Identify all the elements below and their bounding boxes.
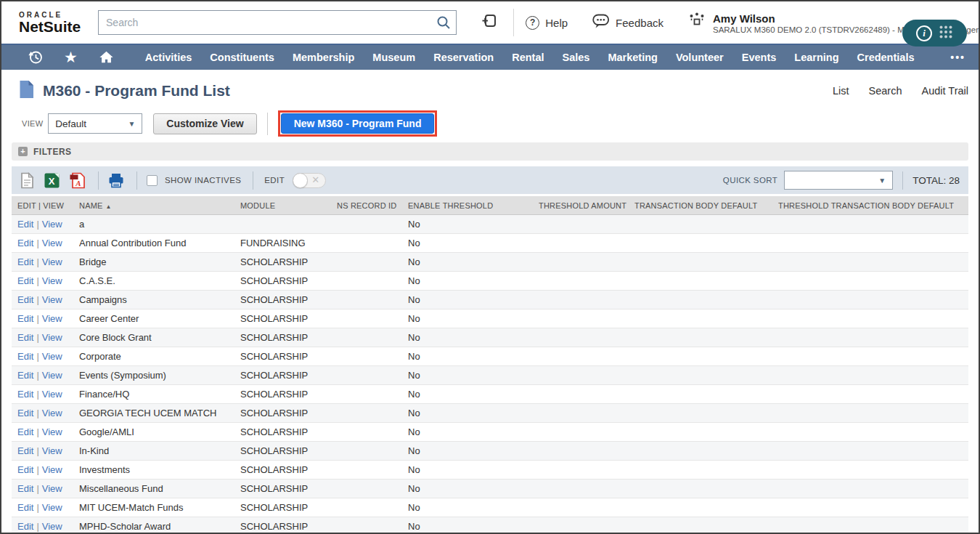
row-actions: Edit|View	[12, 351, 79, 362]
quick-add-icon[interactable]	[480, 12, 497, 33]
table-header: EDIT | VIEWNAME▲MODULENS RECORD IDENABLE…	[12, 196, 968, 215]
nav-item-reservation[interactable]: Reservation	[433, 52, 494, 63]
edit-link[interactable]: Edit	[17, 389, 33, 400]
edit-link[interactable]: Edit	[17, 332, 33, 343]
logo-oracle-text: ORACLE	[19, 11, 82, 19]
edit-link[interactable]: Edit	[17, 275, 33, 286]
show-inactives-checkbox[interactable]	[147, 175, 158, 186]
nav-item-activities[interactable]: Activities	[145, 52, 192, 63]
edit-link[interactable]: Edit	[17, 351, 33, 362]
nav-item-marketing[interactable]: Marketing	[608, 52, 658, 63]
shortcuts-star-icon[interactable]: ★	[64, 50, 78, 65]
nav-item-membership[interactable]: Membership	[293, 52, 354, 63]
view-link[interactable]: View	[42, 313, 62, 324]
view-link[interactable]: View	[42, 502, 62, 513]
link-separator: |	[36, 521, 38, 532]
feedback-menu[interactable]: Feedback	[592, 14, 663, 31]
nav-item-museum[interactable]: Museum	[372, 52, 415, 63]
export-pdf-icon[interactable]: A	[70, 172, 86, 189]
print-icon[interactable]	[108, 173, 124, 188]
column-header-7[interactable]: THRESHOLD TRANSACTION BODY DEFAULT	[778, 201, 968, 210]
feedback-label: Feedback	[616, 17, 663, 29]
apps-grid-icon[interactable]	[939, 25, 953, 42]
export-excel-icon[interactable]: X	[44, 173, 60, 188]
chevron-down-icon: ▼	[128, 120, 135, 128]
column-header-4[interactable]: ENABLE THRESHOLD	[408, 201, 539, 210]
edit-link[interactable]: Edit	[17, 445, 33, 456]
nav-item-volunteer[interactable]: Volunteer	[676, 52, 724, 63]
nav-item-constituents[interactable]: Constituents	[210, 52, 274, 63]
view-link[interactable]: View	[42, 426, 62, 437]
column-header-2[interactable]: MODULE	[240, 201, 337, 210]
edit-link[interactable]: Edit	[17, 238, 33, 248]
edit-link[interactable]: Edit	[17, 294, 33, 305]
edit-link[interactable]: Edit	[17, 370, 33, 381]
page-link-search[interactable]: Search	[869, 85, 902, 97]
table-row: Edit|ViewCore Block GrantSCHOLARSHIPNo	[12, 328, 968, 347]
filters-bar[interactable]: + FILTERS	[12, 142, 968, 161]
view-link[interactable]: View	[42, 275, 62, 286]
edit-link[interactable]: Edit	[17, 426, 33, 437]
page-link-list[interactable]: List	[833, 85, 849, 97]
new-program-fund-button[interactable]: New M360 - Program Fund	[281, 113, 435, 134]
view-link[interactable]: View	[42, 351, 62, 362]
column-header-3[interactable]: NS RECORD ID	[337, 201, 408, 210]
edit-link[interactable]: Edit	[17, 502, 33, 513]
nav-item-events[interactable]: Events	[742, 52, 777, 63]
info-icon[interactable]: i	[916, 25, 932, 41]
edit-link[interactable]: Edit	[17, 464, 33, 475]
view-link[interactable]: View	[42, 256, 62, 267]
search-input[interactable]	[99, 17, 431, 28]
view-link[interactable]: View	[42, 521, 62, 532]
view-link[interactable]: View	[42, 332, 62, 343]
cell-module: SCHOLARSHIP	[240, 502, 337, 513]
view-link[interactable]: View	[42, 389, 62, 400]
chevron-down-icon: ▼	[878, 177, 886, 185]
nav-item-rental[interactable]: Rental	[512, 52, 544, 63]
top-header: ORACLE NetSuite ? Help Feedback	[1, 1, 979, 44]
nav-overflow-icon[interactable]: •••	[950, 52, 965, 63]
nav-item-learning[interactable]: Learning	[794, 52, 838, 63]
view-select[interactable]: Default ▼	[48, 113, 142, 134]
home-icon[interactable]	[98, 49, 115, 65]
search-icon[interactable]	[431, 15, 456, 31]
help-menu[interactable]: ? Help	[526, 16, 568, 30]
oracle-netsuite-logo[interactable]: ORACLE NetSuite	[19, 11, 82, 35]
customize-view-button[interactable]: Customize View	[153, 113, 256, 134]
cell-enable-threshold: No	[408, 502, 539, 513]
view-link[interactable]: View	[42, 464, 62, 475]
view-link[interactable]: View	[42, 219, 62, 230]
assistant-pill[interactable]: i	[902, 20, 967, 46]
sort-asc-icon: ▲	[106, 203, 112, 210]
column-header-5[interactable]: THRESHOLD AMOUNT	[539, 201, 634, 210]
column-header-0[interactable]: EDIT | VIEW	[12, 201, 79, 210]
link-separator: |	[36, 275, 38, 286]
column-header-6[interactable]: TRANSACTION BODY DEFAULT	[634, 201, 778, 210]
quick-sort-select[interactable]: ▼	[784, 171, 893, 190]
edit-link[interactable]: Edit	[17, 219, 33, 230]
history-icon[interactable]	[28, 49, 44, 65]
page-link-audit-trail[interactable]: Audit Trail	[922, 85, 968, 97]
column-header-1[interactable]: NAME▲	[79, 201, 240, 210]
view-link[interactable]: View	[42, 294, 62, 305]
view-link[interactable]: View	[42, 483, 62, 494]
table-row: Edit|ViewInvestmentsSCHOLARSHIPNo	[12, 461, 968, 480]
view-select-value: Default	[55, 118, 86, 129]
view-link[interactable]: View	[42, 238, 62, 248]
view-link[interactable]: View	[42, 408, 62, 418]
edit-link[interactable]: Edit	[17, 313, 33, 324]
nav-item-sales[interactable]: Sales	[563, 52, 590, 63]
edit-link[interactable]: Edit	[17, 408, 33, 418]
row-actions: Edit|View	[12, 483, 79, 494]
expand-filters-icon[interactable]: +	[18, 147, 28, 156]
cell-enable-threshold: No	[408, 256, 539, 267]
global-search[interactable]	[98, 10, 457, 35]
nav-item-credentials[interactable]: Credentials	[857, 52, 915, 63]
export-csv-icon[interactable]	[20, 172, 34, 189]
view-link[interactable]: View	[42, 445, 62, 456]
edit-link[interactable]: Edit	[17, 256, 33, 267]
edit-toggle[interactable]: ✕	[293, 173, 326, 188]
view-link[interactable]: View	[42, 370, 62, 381]
edit-link[interactable]: Edit	[17, 483, 33, 494]
edit-link[interactable]: Edit	[17, 521, 33, 532]
